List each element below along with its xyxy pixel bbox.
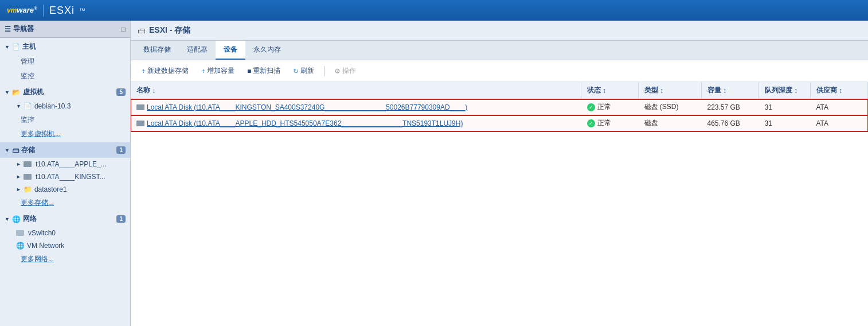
col-status[interactable]: 状态 ↕: [581, 82, 639, 99]
table-header: 名称 ↓ 状态 ↕ 类型: [131, 82, 868, 99]
nav-icon: ☰: [5, 25, 11, 33]
tab-bar: 数据存储 适配器 设备 永久内存: [131, 41, 868, 60]
kingst-disk-icon: [24, 174, 32, 180]
host-chevron: ▼: [5, 44, 10, 50]
more-network-label: 更多网络...: [21, 255, 54, 263]
main-layout: ☰ 导航器 □ ▼ 📄 主机 管理 监控 ▼ 📂 虚拟机: [0, 21, 868, 326]
vm-text: vm: [7, 7, 17, 15]
vm-monitor-label: 监控: [21, 115, 34, 125]
disk2-queue-cell: 31: [759, 115, 811, 131]
vmware-logo: vmware®: [7, 6, 37, 14]
disk1-name-link[interactable]: Local ATA Disk (t10.ATA____KINGSTON_SA40…: [147, 103, 467, 111]
disk2-name-cell[interactable]: Local ATA Disk (t10.ATA____APPLE_HDD_HTS…: [131, 115, 581, 131]
tab-device[interactable]: 设备: [216, 41, 245, 60]
refresh-button[interactable]: ↻ 刷新: [288, 64, 319, 78]
host-monitor-label: 监控: [21, 71, 34, 81]
more-vm-label: 更多虚拟机...: [21, 130, 61, 138]
host-icon: 📄: [12, 43, 20, 51]
disk1-icon: [136, 104, 144, 110]
disk1-name-cell[interactable]: Local ATA Disk (t10.ATA____KINGSTON_SA40…: [131, 99, 581, 115]
rescan-button[interactable]: ■ 重新扫描: [242, 64, 286, 78]
disk1-vendor-cell: ATA: [811, 99, 868, 115]
table-row[interactable]: Local ATA Disk (t10.ATA____KINGSTON_SA40…: [131, 99, 868, 115]
tab-adapter[interactable]: 适配器: [179, 41, 216, 60]
sidebar-group-host-header[interactable]: ▼ 📄 主机: [0, 39, 130, 55]
vm-network-label: VM Network: [27, 242, 64, 250]
sidebar-collapse-icon[interactable]: □: [122, 25, 126, 33]
sidebar-header: ☰ 导航器 □: [0, 21, 130, 38]
main-header: 🗃 ESXI - 存储: [131, 21, 868, 41]
toolbar: + 新建数据存储 + 增加容量 ■ 重新扫描 ↻ 刷新 ⚙ 操作: [131, 60, 868, 82]
storage-table: 名称 ↓ 状态 ↕ 类型: [131, 82, 868, 131]
sort-icon-name: ↓: [152, 87, 155, 95]
sort-icon-type: ↕: [660, 87, 663, 95]
table-row[interactable]: Local ATA Disk (t10.ATA____APPLE_HDD_HTS…: [131, 115, 868, 131]
col-capacity[interactable]: 容量 ↕: [702, 82, 759, 99]
sidebar-group-network-header[interactable]: ▼ 🌐 网络 1: [0, 211, 130, 227]
sort-icon-status: ↕: [603, 87, 606, 95]
sidebar-item-debian[interactable]: ▼ 📄 debian-10.3: [0, 100, 130, 112]
tab-persistent[interactable]: 永久内存: [245, 41, 289, 60]
actions-label: 操作: [342, 66, 356, 76]
network-icon: 🌐: [12, 215, 21, 223]
sidebar-item-more-vm[interactable]: 更多虚拟机...: [0, 127, 130, 141]
new-datastore-label: 新建数据存储: [147, 66, 189, 76]
sidebar-item-vm-monitor[interactable]: 监控: [0, 112, 130, 127]
vswitch0-label: vSwitch0: [28, 229, 56, 237]
new-datastore-icon: +: [142, 67, 146, 75]
storage-icon: 🗃: [12, 146, 19, 154]
vm-chevron: ▼: [5, 90, 10, 95]
col-type[interactable]: 类型 ↕: [639, 82, 702, 99]
col-name[interactable]: 名称 ↓: [131, 82, 581, 99]
sidebar-item-kingst[interactable]: ► t10.ATA____KINGST...: [0, 170, 130, 183]
sidebar-item-datastore1[interactable]: ► 📁 datastore1: [0, 183, 130, 196]
increase-capacity-button[interactable]: + 增加容量: [196, 64, 240, 78]
rescan-label: 重新扫描: [253, 66, 280, 76]
disk2-name-link[interactable]: Local ATA Disk (t10.ATA____APPLE_HDD_HTS…: [147, 119, 463, 127]
vm-network-icon: 🌐: [16, 242, 25, 250]
sidebar-item-apple[interactable]: ► t10.ATA____APPLE_...: [0, 158, 130, 170]
disk1-status-dot: ✓: [587, 103, 595, 111]
tab-datastore-label: 数据存储: [143, 45, 171, 53]
apple-disk-icon: [24, 161, 32, 167]
disk1-type-cell: 磁盘 (SSD): [639, 99, 702, 115]
actions-button[interactable]: ⚙ 操作: [329, 64, 361, 78]
disk2-vendor-cell: ATA: [811, 115, 868, 131]
col-vendor[interactable]: 供应商 ↕: [811, 82, 868, 99]
tab-datastore[interactable]: 数据存储: [135, 41, 179, 60]
sidebar-group-vm-header[interactable]: ▼ 📂 虚拟机 5: [0, 84, 130, 100]
refresh-label: 刷新: [300, 66, 314, 76]
sidebar-group-storage-header[interactable]: ▼ 🗃 存储 1: [0, 142, 130, 158]
vm-file-icon: 📄: [24, 102, 32, 110]
debian-chevron: ▼: [16, 103, 21, 109]
tab-device-label: 设备: [224, 45, 237, 53]
sort-icon-vendor: ↕: [839, 87, 842, 95]
disk1-status-text: 正常: [597, 102, 611, 112]
debian-label: debian-10.3: [34, 102, 71, 110]
logo-area: vmware® ESXi ™: [7, 5, 85, 17]
disk1-capacity-cell: 223.57 GB: [702, 99, 759, 115]
new-datastore-button[interactable]: + 新建数据存储: [136, 64, 194, 78]
sort-icon-capacity: ↕: [723, 87, 726, 95]
disk2-status-dot: ✓: [587, 119, 595, 127]
sidebar-title: ☰ 导航器: [5, 24, 34, 34]
sidebar-item-manage[interactable]: 管理: [0, 55, 130, 69]
sidebar-item-vswitch0[interactable]: vSwitch0: [0, 227, 130, 239]
disk1-queue-cell: 31: [759, 99, 811, 115]
sidebar: ☰ 导航器 □ ▼ 📄 主机 管理 监控 ▼ 📂 虚拟机: [0, 21, 131, 326]
esxi-label: ESXi: [43, 5, 75, 17]
storage-chevron: ▼: [5, 148, 10, 153]
vm-icon: 📂: [12, 88, 21, 96]
apple-label: t10.ATA____APPLE_...: [36, 160, 107, 168]
col-queue[interactable]: 队列深度 ↕: [759, 82, 811, 99]
storage-badge: 1: [116, 146, 126, 154]
host-label: 主机: [22, 42, 36, 52]
storage-title-icon: 🗃: [138, 26, 146, 35]
sidebar-item-host-monitor[interactable]: 监控: [0, 69, 130, 83]
sidebar-item-more-storage[interactable]: 更多存储...: [0, 196, 130, 210]
sidebar-item-vm-network[interactable]: 🌐 VM Network: [0, 239, 130, 252]
vm-label: 虚拟机: [23, 87, 44, 97]
toolbar-separator: [324, 66, 324, 76]
sidebar-item-more-network[interactable]: 更多网络...: [0, 252, 130, 266]
increase-icon: +: [201, 67, 205, 75]
